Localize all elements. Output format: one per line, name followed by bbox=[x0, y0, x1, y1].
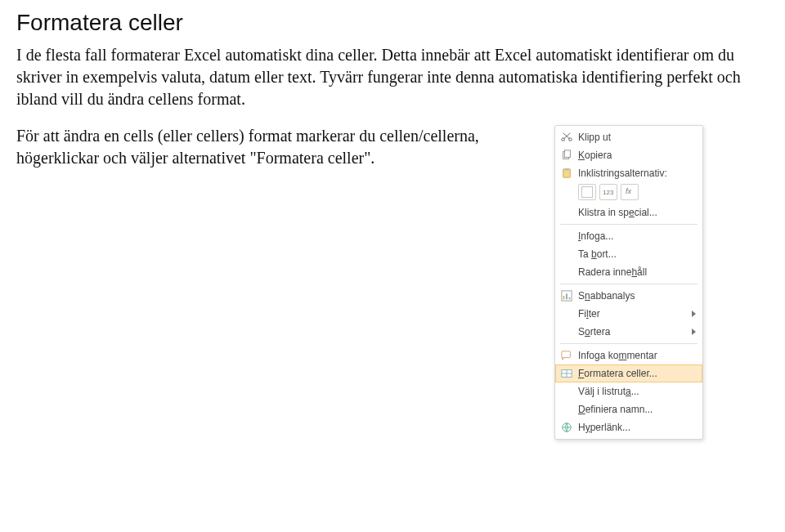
menu-label: Snabbanalys bbox=[578, 290, 696, 302]
svg-rect-3 bbox=[564, 168, 568, 171]
menu-label: Radera innehåll bbox=[578, 266, 696, 278]
menu-label: Infoga kommentar bbox=[578, 350, 696, 361]
svg-rect-5 bbox=[563, 296, 565, 299]
menu-item-paste-special[interactable]: Klistra in special... bbox=[555, 203, 702, 221]
menu-item-format-cells[interactable]: Formatera celler... bbox=[555, 364, 702, 382]
paste-option-formulas[interactable] bbox=[621, 184, 639, 200]
menu-item-cut[interactable]: Klipp ut bbox=[555, 128, 702, 146]
menu-label: Klistra in special... bbox=[578, 207, 696, 218]
menu-label: Sortera bbox=[578, 326, 684, 338]
menu-label: Hyperlänk... bbox=[578, 422, 696, 433]
menu-label: K/*noop*/opiera bbox=[578, 150, 696, 161]
menu-label: Inklistringsalternativ: bbox=[578, 168, 696, 179]
menu-label: Infoga... bbox=[578, 230, 696, 242]
menu-label: Filter bbox=[578, 308, 684, 320]
menu-item-clear[interactable]: Radera innehåll bbox=[555, 263, 702, 281]
paragraph-intro: I de flesta fall formaterar Excel automa… bbox=[16, 44, 769, 110]
blank-icon bbox=[560, 385, 573, 398]
scissors-icon bbox=[560, 131, 573, 144]
blank-icon bbox=[560, 403, 573, 416]
submenu-arrow-icon bbox=[692, 329, 696, 335]
menu-item-insert[interactable]: Infoga... bbox=[555, 227, 702, 245]
menu-separator bbox=[560, 224, 698, 225]
submenu-arrow-icon bbox=[692, 311, 696, 317]
blank-icon bbox=[560, 266, 573, 279]
context-menu: Klipp ut K/*noop*/opiera Inklistringsalt… bbox=[554, 125, 703, 440]
hyperlink-icon bbox=[560, 421, 573, 434]
paste-options-thumbnails bbox=[555, 182, 702, 203]
menu-separator bbox=[560, 284, 698, 284]
menu-label: Klipp ut bbox=[578, 132, 696, 143]
svg-rect-7 bbox=[569, 297, 571, 300]
menu-item-paste-options[interactable]: Inklistringsalternativ: bbox=[555, 164, 702, 182]
svg-rect-8 bbox=[562, 351, 571, 358]
menu-item-sort[interactable]: Sortera bbox=[555, 323, 702, 341]
menu-separator bbox=[560, 343, 698, 344]
menu-item-delete[interactable]: Ta bort... bbox=[555, 245, 702, 263]
clipboard-icon bbox=[560, 167, 573, 180]
menu-label: Definiera namn... bbox=[578, 404, 696, 415]
menu-label: Välj i listruta... bbox=[578, 386, 696, 397]
svg-rect-1 bbox=[564, 150, 570, 158]
menu-item-quick-analysis[interactable]: Snabbanalys bbox=[555, 287, 702, 305]
menu-item-define-name[interactable]: Definiera namn... bbox=[555, 400, 702, 418]
blank-icon bbox=[560, 206, 573, 219]
menu-label: Ta bort... bbox=[578, 248, 696, 260]
menu-item-filter[interactable]: Filter bbox=[555, 305, 702, 323]
blank-icon bbox=[560, 325, 573, 338]
paste-option-values[interactable] bbox=[599, 184, 617, 200]
menu-label: Formatera celler... bbox=[578, 368, 696, 379]
menu-item-hyperlink[interactable]: Hyperlänk... bbox=[555, 418, 702, 436]
svg-rect-6 bbox=[566, 293, 567, 299]
copy-icon bbox=[560, 149, 573, 162]
menu-item-insert-comment[interactable]: Infoga kommentar bbox=[555, 346, 702, 364]
paragraph-howto: För att ändra en cells (eller cellers) f… bbox=[16, 125, 540, 169]
page-title: Formatera celler bbox=[16, 10, 769, 36]
blank-icon bbox=[560, 248, 573, 261]
paste-option-all[interactable] bbox=[578, 184, 596, 200]
quick-analysis-icon bbox=[560, 289, 573, 302]
blank-icon bbox=[560, 230, 573, 243]
menu-item-pick-from-list[interactable]: Välj i listruta... bbox=[555, 382, 702, 400]
menu-item-copy[interactable]: K/*noop*/opiera bbox=[555, 146, 702, 164]
blank-icon bbox=[560, 307, 573, 320]
format-cells-icon bbox=[560, 367, 573, 380]
comment-icon bbox=[560, 349, 573, 362]
